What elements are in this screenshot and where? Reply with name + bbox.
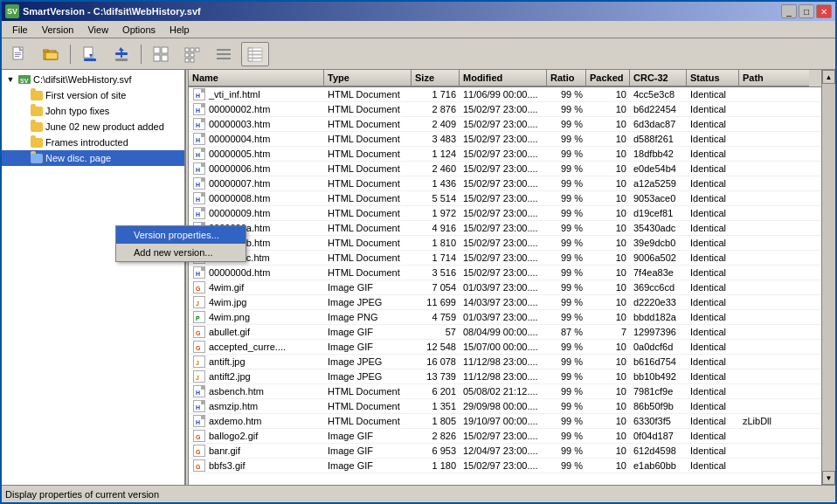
toolbar-view4-button[interactable] xyxy=(241,42,269,66)
col-modified[interactable]: Modified xyxy=(460,70,547,86)
context-menu: Version properties... Add new version... xyxy=(115,225,246,262)
col-path[interactable]: Path xyxy=(739,70,809,86)
table-row[interactable]: accepted_curre.... Image GIF 12 548 15/0… xyxy=(189,340,821,355)
table-row[interactable]: bbfs3.gif Image GIF 1 180 15/02/97 23:00… xyxy=(189,459,821,473)
file-crc32-cell: bbdd182a xyxy=(630,311,687,323)
file-packed-cell: 10 xyxy=(586,148,630,160)
table-row[interactable]: 00000005.htm HTML Document 1 124 15/02/9… xyxy=(189,147,821,162)
menu-version[interactable]: Version xyxy=(35,23,81,37)
file-path-cell xyxy=(739,257,809,259)
scroll-down-button[interactable]: ▼ xyxy=(822,471,835,485)
file-path-cell xyxy=(739,361,809,362)
table-row[interactable]: 00000004.htm HTML Document 3 483 15/02/9… xyxy=(189,132,821,147)
tree-item-3[interactable]: Frames introducted xyxy=(2,135,184,150)
file-size-cell: 5 514 xyxy=(412,192,460,204)
table-row[interactable]: 00000008.htm HTML Document 5 514 15/02/9… xyxy=(189,191,821,206)
table-row[interactable]: 0000000d.htm HTML Document 3 516 15/02/9… xyxy=(189,266,821,280)
col-ratio[interactable]: Ratio xyxy=(547,70,586,86)
file-status-cell: Identical xyxy=(687,103,739,115)
table-row[interactable]: 00000002.htm HTML Document 2 876 15/02/9… xyxy=(189,102,821,117)
content-area: ▼ SV C:\difsit\WebHistory.svf xyxy=(2,70,835,485)
vertical-scrollbar[interactable]: ▲ ▼ xyxy=(821,70,835,485)
table-row[interactable]: _vti_inf.html HTML Document 1 716 11/06/… xyxy=(189,87,821,102)
context-menu-item-0[interactable]: Version properties... xyxy=(116,226,246,244)
scroll-up-button[interactable]: ▲ xyxy=(822,70,835,84)
minimize-button[interactable]: _ xyxy=(781,4,797,18)
toolbar-view1-button[interactable] xyxy=(147,42,175,66)
tree-item-0[interactable]: First version of site xyxy=(2,87,184,103)
tree-item-1[interactable]: John typo fixes xyxy=(2,103,184,119)
file-crc32-cell: 6d3dac87 xyxy=(630,118,687,130)
file-type-icon xyxy=(192,148,206,160)
table-row[interactable]: banr.gif Image GIF 6 953 12/04/97 23:00.… xyxy=(189,444,821,459)
tree-item-4[interactable]: New disc. page xyxy=(2,150,184,166)
col-name[interactable]: Name xyxy=(189,70,324,86)
file-packed-cell: 10 xyxy=(586,430,630,442)
table-row[interactable]: asbench.htm HTML Document 6 201 05/08/02… xyxy=(189,384,821,399)
table-row[interactable]: abullet.gif Image GIF 57 08/04/99 00:00.… xyxy=(189,325,821,340)
file-type-icon xyxy=(192,103,206,115)
table-row[interactable]: antift.jpg Image JPEG 16 078 11/12/98 23… xyxy=(189,355,821,369)
col-size[interactable]: Size xyxy=(412,70,460,86)
file-path-cell xyxy=(739,227,809,229)
col-packed[interactable]: Packed xyxy=(586,70,630,86)
file-name: antift.jpg xyxy=(209,356,246,367)
file-crc32-cell: 9006a502 xyxy=(630,252,687,264)
file-modified-cell: 15/02/97 23:00.... xyxy=(460,162,547,175)
col-status[interactable]: Status xyxy=(687,70,739,86)
file-packed-cell: 10 xyxy=(586,103,630,115)
maximize-button[interactable]: □ xyxy=(799,4,814,18)
table-row[interactable]: 4wim.gif Image GIF 7 054 01/03/97 23:00.… xyxy=(189,280,821,295)
file-ratio-cell: 99 % xyxy=(547,266,586,279)
file-name-cell: 4wim.gif xyxy=(189,280,324,294)
menu-help[interactable]: Help xyxy=(163,23,197,37)
toolbar-open-button[interactable] xyxy=(37,42,65,66)
tree-label-4: New disc. page xyxy=(45,153,111,163)
scroll-track[interactable] xyxy=(822,84,835,471)
file-type-icon xyxy=(192,341,206,353)
file-type-icon xyxy=(192,430,206,442)
col-crc32[interactable]: CRC-32 xyxy=(630,70,687,86)
toolbar-separator-1 xyxy=(70,45,71,64)
toolbar-new-button[interactable] xyxy=(5,42,33,66)
table-row[interactable]: ballogo2.gif Image GIF 2 826 15/02/97 23… xyxy=(189,429,821,444)
table-row[interactable]: 00000007.htm HTML Document 1 436 15/02/9… xyxy=(189,176,821,191)
tree-expander-root[interactable]: ▼ xyxy=(3,72,17,86)
col-type[interactable]: Type xyxy=(324,70,412,86)
tree-item-2[interactable]: June 02 new product added xyxy=(2,119,184,135)
table-row[interactable]: antift2.jpg Image JPEG 13 739 11/12/98 2… xyxy=(189,369,821,384)
table-row[interactable]: 00000009.htm HTML Document 1 972 15/02/9… xyxy=(189,206,821,221)
file-name: 4wim.png xyxy=(209,312,250,322)
table-row[interactable]: 00000006.htm HTML Document 2 460 15/02/9… xyxy=(189,162,821,176)
file-size-cell: 4 759 xyxy=(412,311,460,323)
svg-rect-18 xyxy=(185,48,189,52)
table-row[interactable]: asmzip.htm HTML Document 1 351 29/09/98 … xyxy=(189,399,821,414)
table-row[interactable]: 0000000a.htm HTML Document 4 916 15/02/9… xyxy=(189,221,821,236)
menu-file[interactable]: File xyxy=(5,23,35,37)
file-ratio-cell: 99 % xyxy=(547,237,586,249)
file-ratio-cell: 99 % xyxy=(547,103,586,115)
menu-view[interactable]: View xyxy=(80,23,115,37)
file-type-cell: HTML Document xyxy=(324,177,412,190)
file-path-cell xyxy=(739,465,809,466)
table-row[interactable]: 00000003.htm HTML Document 2 409 15/02/9… xyxy=(189,117,821,132)
menu-options[interactable]: Options xyxy=(115,23,163,37)
file-name: 4wim.jpg xyxy=(209,297,246,307)
close-button[interactable]: ✕ xyxy=(816,4,832,18)
file-size-cell: 2 409 xyxy=(412,118,460,130)
table-row[interactable]: 0000000c.htm HTML Document 1 714 15/02/9… xyxy=(189,251,821,266)
toolbar-view3-button[interactable] xyxy=(210,42,238,66)
file-type-cell: Image GIF xyxy=(324,281,412,293)
file-type-cell: Image GIF xyxy=(324,459,412,472)
table-row[interactable]: 4wim.jpg Image JPEG 11 699 14/03/97 23:0… xyxy=(189,295,821,310)
table-row[interactable]: axdemo.htm HTML Document 1 805 19/10/97 … xyxy=(189,414,821,429)
toolbar-view2-button[interactable] xyxy=(178,42,206,66)
toolbar-extract-button[interactable] xyxy=(76,42,104,66)
file-packed-cell: 10 xyxy=(586,281,630,293)
toolbar-add-button[interactable] xyxy=(107,42,135,66)
table-row[interactable]: 4wim.png Image PNG 4 759 01/03/97 23:00.… xyxy=(189,310,821,325)
context-menu-item-1[interactable]: Add new version... xyxy=(116,244,246,261)
file-path-cell xyxy=(739,212,809,214)
table-row[interactable]: 0000000b.htm HTML Document 1 810 15/02/9… xyxy=(189,236,821,251)
tree-root-item[interactable]: ▼ SV C:\difsit\WebHistory.svf xyxy=(2,72,184,87)
